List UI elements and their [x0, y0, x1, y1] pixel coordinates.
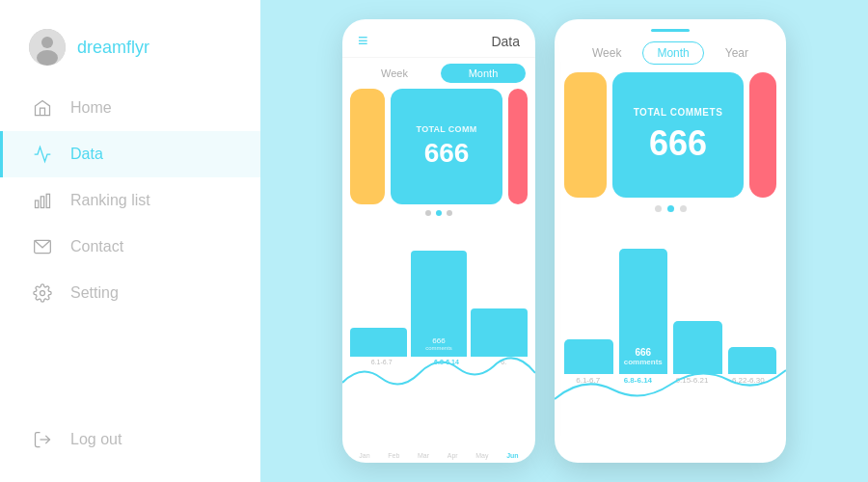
- sidebar-item-data[interactable]: Data: [0, 131, 260, 177]
- bar-1: [350, 328, 407, 357]
- bar-wrap-2: 666 comments: [411, 251, 468, 357]
- bar-value-small: 666 comments: [411, 336, 468, 351]
- cards-small: TOTAL COMM 666: [342, 89, 535, 204]
- gear-icon: [32, 282, 53, 304]
- svg-rect-3: [36, 201, 39, 208]
- large-dots: [555, 198, 786, 220]
- large-bar-wrap-2: 666 comments: [619, 249, 668, 374]
- sidebar: dreamflyr Home Data: [0, 0, 260, 482]
- bar-icon: [32, 190, 53, 211]
- large-card-red: [749, 72, 776, 198]
- large-bars: 666 comments: [564, 220, 776, 374]
- card-red-small: [508, 89, 528, 204]
- ml-jan: Jan: [359, 452, 369, 459]
- username: dreamflyr: [77, 38, 149, 58]
- large-tabs: Week Month Year: [555, 36, 786, 72]
- main-area: ≡ Data Week Month TOTAL COMM 666: [260, 0, 868, 482]
- sidebar-nav: Home Data Ranking list: [0, 85, 260, 463]
- menu-icon[interactable]: ≡: [358, 31, 368, 51]
- large-bar-label: 666 comments: [619, 347, 668, 366]
- logout-label: Log out: [70, 431, 122, 448]
- dot-2-small: [436, 210, 442, 216]
- sidebar-item-contact[interactable]: Contact: [0, 224, 260, 270]
- large-bar-wrap-3: [673, 321, 722, 374]
- svg-point-7: [41, 291, 45, 296]
- large-card-teal: TOTAL COMMETS 666: [612, 72, 744, 198]
- phone-small-tabs: Week Month: [342, 58, 535, 89]
- profile-section: dreamflyr: [0, 19, 260, 85]
- tab-month-large[interactable]: Month: [642, 41, 703, 65]
- logout-icon: [32, 429, 53, 450]
- sidebar-item-logout[interactable]: Log out: [0, 416, 260, 463]
- bar-wrap-3: [471, 308, 528, 357]
- avatar: [29, 29, 66, 66]
- setting-label: Setting: [70, 284, 119, 302]
- large-dot-3: [680, 205, 687, 212]
- bar-wrap-1: [350, 328, 407, 357]
- large-dot-2: [667, 205, 674, 212]
- chart-small: 666 comments 6.1-6.7 6.8-6.14 6.: [342, 222, 535, 450]
- large-cards: TOTAL COMMETS 666: [555, 72, 786, 198]
- card-yellow-small: [350, 89, 385, 204]
- card-teal-small: TOTAL COMM 666: [391, 89, 502, 204]
- sidebar-item-setting[interactable]: Setting: [0, 270, 260, 316]
- large-card-title: TOTAL COMMETS: [634, 107, 723, 118]
- large-bar-4: [728, 347, 777, 374]
- bar-3: [471, 308, 528, 357]
- mail-icon: [32, 236, 53, 257]
- dots-small: [342, 204, 535, 222]
- tab-year-large[interactable]: Year: [712, 42, 762, 64]
- large-bar-wrap-1: [564, 339, 613, 374]
- large-card-value: 666: [649, 123, 707, 164]
- dot-3-small: [447, 210, 452, 216]
- chart-icon: [32, 144, 53, 165]
- phone-small-header: ≡ Data: [342, 19, 535, 58]
- ranking-label: Ranking list: [70, 192, 150, 209]
- contact-label: Contact: [70, 238, 123, 255]
- dot-1-small: [425, 210, 431, 216]
- large-bar-2: 666 comments: [619, 249, 668, 374]
- ml-mar: Mar: [418, 452, 429, 459]
- svg-point-1: [41, 37, 53, 48]
- large-bar-3: [673, 321, 722, 374]
- tab-week-large[interactable]: Week: [579, 42, 635, 64]
- ml-feb: Feb: [388, 452, 399, 459]
- card-value-small: 666: [424, 138, 470, 169]
- svg-rect-4: [41, 197, 43, 208]
- tab-week-small[interactable]: Week: [352, 64, 437, 83]
- large-bar-1: [564, 339, 613, 374]
- top-bar: [651, 29, 690, 32]
- large-dot-1: [655, 205, 662, 212]
- home-icon: [32, 97, 53, 119]
- large-bar-wrap-4: [728, 347, 777, 374]
- ml-jun: Jun: [506, 452, 518, 459]
- svg-point-2: [37, 50, 58, 66]
- ml-may: May: [475, 452, 488, 459]
- large-chart: 666 comments 6.1-6.7 6.8-6.14: [555, 220, 786, 463]
- bar-2: 666 comments: [411, 251, 468, 357]
- home-label: Home: [70, 99, 112, 117]
- sidebar-item-ranking[interactable]: Ranking list: [0, 177, 260, 224]
- chart-bars-small: 666 comments: [350, 222, 528, 357]
- large-card-yellow: [564, 72, 607, 198]
- data-label: Data: [70, 146, 103, 163]
- phone-small: ≡ Data Week Month TOTAL COMM 666: [342, 19, 535, 463]
- card-title-small: TOTAL COMM: [417, 124, 477, 134]
- sidebar-item-home[interactable]: Home: [0, 85, 260, 131]
- month-labels-small: Jan Feb Mar Apr May Jun: [342, 450, 535, 463]
- tab-month-small[interactable]: Month: [441, 64, 526, 83]
- ml-apr: Apr: [448, 452, 458, 459]
- svg-rect-5: [46, 194, 49, 207]
- phone-small-title: Data: [491, 34, 520, 49]
- phone-large: Week Month Year TOTAL COMMETS 666: [555, 19, 786, 463]
